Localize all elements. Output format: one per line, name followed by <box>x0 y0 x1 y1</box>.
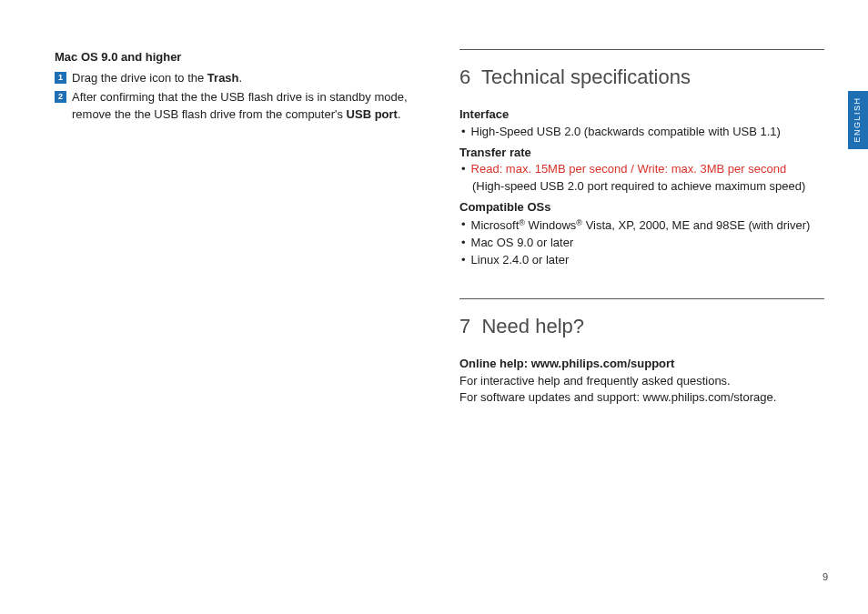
mac-os-heading: Mac OS 9.0 and higher <box>55 49 419 66</box>
language-tab: ENGLISH <box>848 91 868 149</box>
section-7: 7 Need help? Online help: www.philips.co… <box>459 298 824 407</box>
transfer-note: (High-speed USB 2.0 port required to ach… <box>472 178 824 196</box>
section-title: 7 Need help? <box>459 312 824 341</box>
help-line: For software updates and support: www.ph… <box>459 389 824 407</box>
interface-label: Interface <box>459 106 824 124</box>
section-divider <box>459 298 824 299</box>
section-divider <box>459 49 824 50</box>
compatible-os-label: Compatible OSs <box>459 199 824 216</box>
help-line: For interactive help and frequently aske… <box>459 373 824 390</box>
left-column: Mac OS 9.0 and higher 1 Drag the drive i… <box>55 49 419 436</box>
list-item: • Mac OS 9.0 or later <box>461 235 824 252</box>
interface-list: • High-Speed USB 2.0 (backwards compatib… <box>461 124 824 141</box>
step-list: 1 Drag the drive icon to the Trash. 2 Af… <box>55 70 419 124</box>
bullet-icon: • <box>461 161 466 178</box>
step-item: 1 Drag the drive icon to the Trash. <box>55 70 419 87</box>
bullet-icon: • <box>461 235 466 252</box>
registered-icon: ® <box>519 218 525 227</box>
page-columns: Mac OS 9.0 and higher 1 Drag the drive i… <box>55 49 824 436</box>
list-item: • Linux 2.4.0 or later <box>461 252 824 269</box>
os-item-text: Microsoft® Windows® Vista, XP, 2000, ME … <box>471 216 824 235</box>
section-title: 6 Technical specifications <box>459 63 824 92</box>
online-help-label: Online help: www.philips.com/support <box>459 356 824 373</box>
registered-icon: ® <box>576 218 582 227</box>
step-number-badge: 1 <box>55 72 66 84</box>
step-text: After confirming that the the USB flash … <box>72 89 419 124</box>
bullet-icon: • <box>461 216 466 234</box>
transfer-rate-label: Transfer rate <box>459 145 824 162</box>
list-item: • Microsoft® Windows® Vista, XP, 2000, M… <box>461 216 824 235</box>
step-number-badge: 2 <box>55 91 66 103</box>
bullet-icon: • <box>461 124 466 141</box>
step-text: Drag the drive icon to the Trash. <box>72 70 419 87</box>
page-number: 9 <box>823 570 828 585</box>
section-6: 6 Technical specifications Interface • H… <box>459 49 824 269</box>
language-label: ENGLISH <box>852 97 863 143</box>
list-item: • High-Speed USB 2.0 (backwards compatib… <box>461 124 824 141</box>
right-column: 6 Technical specifications Interface • H… <box>459 49 824 436</box>
os-list: • Microsoft® Windows® Vista, XP, 2000, M… <box>461 216 824 269</box>
bullet-icon: • <box>461 252 466 269</box>
step-item: 2 After confirming that the the USB flas… <box>55 89 419 124</box>
transfer-list: • Read: max. 15MB per second / Write: ma… <box>461 161 824 196</box>
list-item: • Read: max. 15MB per second / Write: ma… <box>461 161 824 178</box>
